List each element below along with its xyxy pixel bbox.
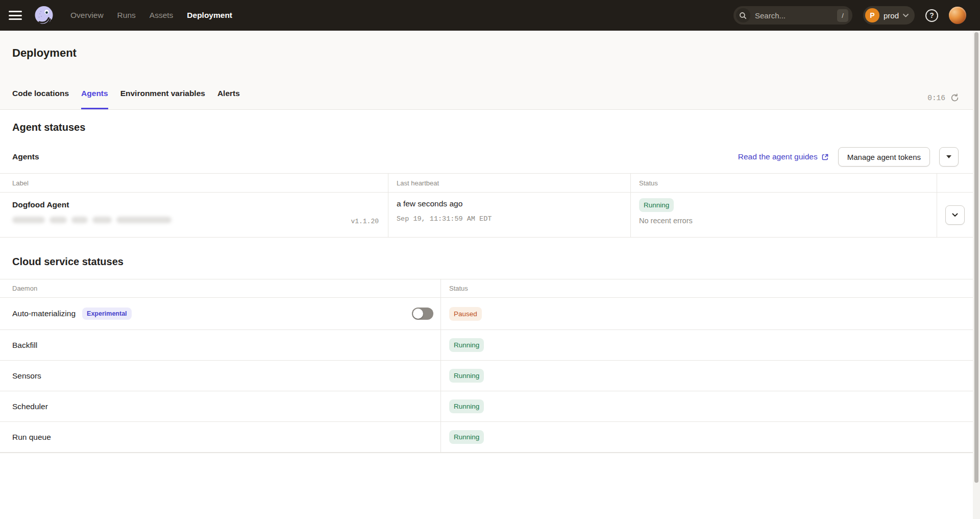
daemon-name: Sensors	[12, 371, 41, 381]
user-avatar[interactable]	[949, 7, 966, 24]
primary-nav: Overview Runs Assets Deployment	[70, 11, 232, 20]
deployment-switcher[interactable]: P prod	[863, 6, 915, 25]
search-input[interactable]: Search... /	[733, 6, 852, 25]
col-daemon: Daemon	[0, 279, 440, 298]
daemon-status-badge: Running	[449, 338, 484, 352]
nav-deployment[interactable]: Deployment	[187, 11, 232, 20]
heartbeat-timestamp: Sep 19, 11:31:59 AM EDT	[397, 215, 630, 223]
main-content: Agent statuses Agents Read the agent gui…	[0, 122, 973, 453]
col-status: Status	[630, 174, 937, 193]
search-placeholder: Search...	[755, 11, 837, 20]
page-title: Deployment	[12, 46, 973, 60]
daemon-row-run-queue: Run queue Running	[0, 422, 973, 453]
daemon-status-badge: Running	[449, 430, 484, 444]
refresh-timer: 0:16	[927, 94, 945, 102]
tab-agents[interactable]: Agents	[81, 89, 108, 109]
daemon-name: Run queue	[12, 433, 51, 442]
col-daemon-status: Status	[440, 279, 973, 298]
top-nav: Overview Runs Assets Deployment Search..…	[0, 0, 980, 31]
col-last-heartbeat: Last heartbeat	[388, 174, 630, 193]
daemon-status-badge: Running	[449, 369, 484, 383]
refresh-area: 0:16	[927, 93, 959, 102]
daemon-name: Auto-materializing	[12, 309, 76, 318]
agent-statuses-heading: Agent statuses	[12, 122, 973, 133]
agents-more-button[interactable]	[939, 147, 959, 167]
col-label: Label	[0, 174, 388, 193]
scrollbar-thumb[interactable]	[974, 32, 978, 483]
daemon-status-badge: Running	[449, 399, 484, 413]
col-actions	[937, 174, 973, 193]
agent-label-cell: Dogfood Agent v1.1.20	[0, 193, 388, 237]
menu-button[interactable]	[9, 11, 22, 20]
search-icon	[736, 8, 750, 22]
cloud-statuses-heading: Cloud service statuses	[12, 256, 973, 268]
chevron-down-icon	[903, 14, 909, 17]
agents-toolbar: Agents Read the agent guides Manage agen…	[0, 140, 973, 173]
help-icon[interactable]: ?	[925, 9, 938, 22]
agent-guides-link[interactable]: Read the agent guides	[738, 152, 829, 161]
auto-materializing-toggle[interactable]	[412, 308, 433, 320]
agent-version: v1.1.20	[351, 218, 379, 225]
agent-row: Dogfood Agent v1.1.20 a few seconds ago …	[0, 193, 973, 237]
daemon-name: Backfill	[12, 341, 37, 350]
nav-runs[interactable]: Runs	[117, 11, 136, 20]
agent-status-badge: Running	[639, 198, 674, 212]
nav-right: Search... / P prod ?	[733, 6, 966, 25]
page-scrollbar[interactable]	[973, 31, 980, 519]
deployment-initial-avatar: P	[865, 8, 879, 22]
agent-expand-button[interactable]	[945, 205, 965, 225]
tab-alerts[interactable]: Alerts	[217, 89, 240, 109]
toggle-knob	[413, 309, 423, 319]
heartbeat-relative: a few seconds ago	[397, 199, 630, 208]
hamburger-icon	[9, 11, 22, 12]
agent-status-note: No recent errors	[639, 217, 937, 225]
tab-bar: Code locations Agents Environment variab…	[12, 89, 240, 109]
daemon-status-badge: Paused	[449, 307, 482, 321]
daemon-row-auto-materializing: Auto-materializing Experimental Paused	[0, 298, 973, 330]
agents-table-header: Label Last heartbeat Status	[0, 174, 973, 193]
agent-status-cell: Running No recent errors	[630, 193, 937, 237]
cloud-table-header: Daemon Status	[0, 279, 973, 298]
daemon-name: Scheduler	[12, 402, 48, 411]
daemon-row-scheduler: Scheduler Running	[0, 391, 973, 422]
nav-assets[interactable]: Assets	[150, 11, 174, 20]
deployment-switcher-label: prod	[884, 11, 899, 20]
agent-actions-cell	[937, 193, 973, 237]
agent-name: Dogfood Agent	[12, 200, 379, 209]
daemon-row-backfill: Backfill Running	[0, 330, 973, 361]
daemon-row-sensors: Sensors Running	[0, 361, 973, 391]
nav-overview[interactable]: Overview	[70, 11, 104, 20]
cloud-services-table: Daemon Status Auto-materializing Experim…	[0, 279, 973, 453]
agent-guides-link-label: Read the agent guides	[738, 152, 818, 161]
chevron-down-icon	[952, 213, 958, 217]
page-header: Deployment Code locations Agents Environ…	[0, 31, 973, 110]
agent-id-redacted	[12, 217, 379, 223]
agents-table: Label Last heartbeat Status Dogfood Agen…	[0, 173, 973, 238]
experimental-badge: Experimental	[82, 308, 132, 320]
tab-environment-variables[interactable]: Environment variables	[120, 89, 205, 109]
manage-agent-tokens-button[interactable]: Manage agent tokens	[838, 147, 930, 167]
agents-subheading: Agents	[12, 152, 39, 161]
refresh-icon[interactable]	[950, 93, 959, 102]
caret-down-icon	[946, 155, 951, 158]
dagster-logo-icon[interactable]	[33, 5, 55, 26]
search-shortcut-badge: /	[837, 9, 848, 22]
external-link-icon	[821, 153, 829, 161]
tab-code-locations[interactable]: Code locations	[12, 89, 69, 109]
agent-heartbeat-cell: a few seconds ago Sep 19, 11:31:59 AM ED…	[388, 193, 630, 237]
